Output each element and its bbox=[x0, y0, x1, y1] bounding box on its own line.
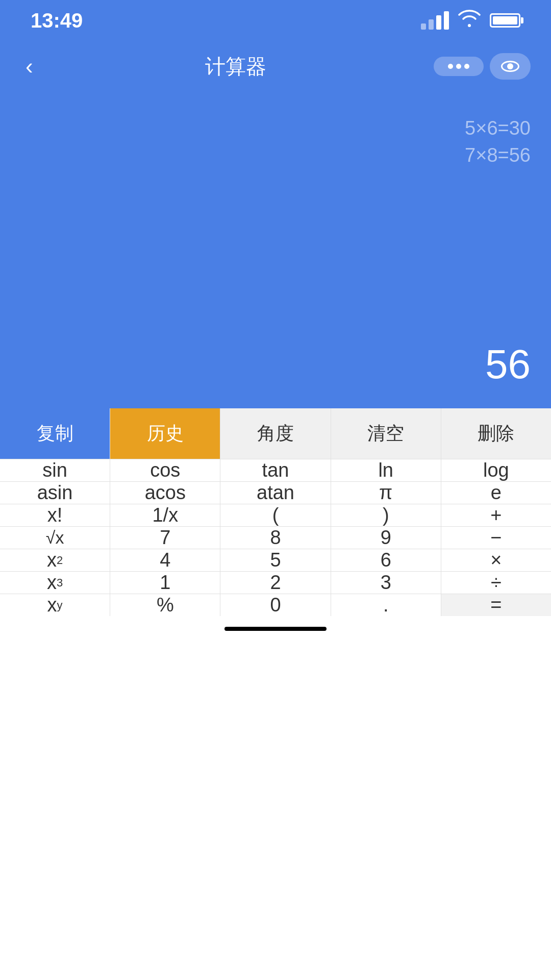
delete-button[interactable]: 删除 bbox=[441, 408, 551, 459]
key-e[interactable]: e bbox=[441, 482, 551, 504]
home-indicator bbox=[224, 627, 327, 631]
page-title: 计算器 bbox=[205, 53, 266, 81]
key-3[interactable]: 3 bbox=[331, 572, 441, 594]
key-row-2: asin acos atan π e bbox=[0, 482, 551, 504]
key-8[interactable]: 8 bbox=[220, 527, 331, 549]
home-indicator-area bbox=[0, 616, 551, 642]
key-row-3: x! 1/x ( ) + bbox=[0, 504, 551, 527]
key-4[interactable]: 4 bbox=[110, 549, 220, 571]
key-row-1: sin cos tan ln log bbox=[0, 459, 551, 482]
key-plus[interactable]: + bbox=[441, 504, 551, 526]
key-cos[interactable]: cos bbox=[110, 459, 220, 481]
battery-icon bbox=[490, 13, 520, 28]
key-minus[interactable]: − bbox=[441, 527, 551, 549]
key-sin[interactable]: sin bbox=[0, 459, 110, 481]
key-row-4: √x 7 8 9 − bbox=[0, 527, 551, 549]
key-reciprocal[interactable]: 1/x bbox=[110, 504, 220, 526]
key-ln[interactable]: ln bbox=[331, 459, 441, 481]
display-area: 5×6=30 7×8=56 56 bbox=[0, 92, 551, 408]
key-9[interactable]: 9 bbox=[331, 527, 441, 549]
key-divide[interactable]: ÷ bbox=[441, 572, 551, 594]
key-open-paren[interactable]: ( bbox=[220, 504, 331, 526]
history-entry-1: 5×6=30 bbox=[465, 117, 531, 139]
clear-button[interactable]: 清空 bbox=[331, 408, 441, 459]
history-entry-2: 7×8=56 bbox=[465, 144, 531, 166]
key-power[interactable]: xy bbox=[0, 594, 110, 616]
back-button[interactable]: ‹ bbox=[20, 48, 38, 84]
key-tan[interactable]: tan bbox=[220, 459, 331, 481]
key-equals[interactable]: = bbox=[441, 594, 551, 616]
status-time: 13:49 bbox=[31, 9, 83, 32]
key-log[interactable]: log bbox=[441, 459, 551, 481]
key-factorial[interactable]: x! bbox=[0, 504, 110, 526]
history-entries: 5×6=30 7×8=56 bbox=[20, 107, 531, 166]
toolbar: 复制 历史 角度 清空 删除 bbox=[0, 408, 551, 459]
key-7[interactable]: 7 bbox=[110, 527, 220, 549]
key-cube[interactable]: x3 bbox=[0, 572, 110, 594]
status-bar: 13:49 bbox=[0, 0, 551, 41]
header-actions bbox=[434, 53, 531, 80]
signal-icon bbox=[421, 11, 449, 30]
key-1[interactable]: 1 bbox=[110, 572, 220, 594]
key-percent[interactable]: % bbox=[110, 594, 220, 616]
key-row-5: x2 4 5 6 × bbox=[0, 549, 551, 572]
key-row-6: x3 1 2 3 ÷ bbox=[0, 572, 551, 594]
wifi-icon bbox=[458, 10, 481, 32]
copy-button[interactable]: 复制 bbox=[0, 408, 110, 459]
eye-button[interactable] bbox=[490, 53, 531, 80]
key-5[interactable]: 5 bbox=[220, 549, 331, 571]
eye-icon bbox=[501, 61, 519, 72]
more-button[interactable] bbox=[434, 57, 484, 76]
keypad: sin cos tan ln log asin acos atan π e x!… bbox=[0, 459, 551, 616]
key-pi[interactable]: π bbox=[331, 482, 441, 504]
key-2[interactable]: 2 bbox=[220, 572, 331, 594]
key-acos[interactable]: acos bbox=[110, 482, 220, 504]
key-multiply[interactable]: × bbox=[441, 549, 551, 571]
key-dot[interactable]: . bbox=[331, 594, 441, 616]
header: ‹ 计算器 bbox=[0, 41, 551, 92]
angle-button[interactable]: 角度 bbox=[220, 408, 331, 459]
key-0[interactable]: 0 bbox=[220, 594, 331, 616]
key-square[interactable]: x2 bbox=[0, 549, 110, 571]
status-icons bbox=[421, 10, 520, 32]
key-close-paren[interactable]: ) bbox=[331, 504, 441, 526]
key-asin[interactable]: asin bbox=[0, 482, 110, 504]
key-row-7: xy % 0 . = bbox=[0, 594, 551, 616]
history-button[interactable]: 历史 bbox=[110, 408, 220, 459]
key-atan[interactable]: atan bbox=[220, 482, 331, 504]
key-sqrt[interactable]: √x bbox=[0, 527, 110, 549]
key-6[interactable]: 6 bbox=[331, 549, 441, 571]
current-result: 56 bbox=[20, 341, 531, 393]
